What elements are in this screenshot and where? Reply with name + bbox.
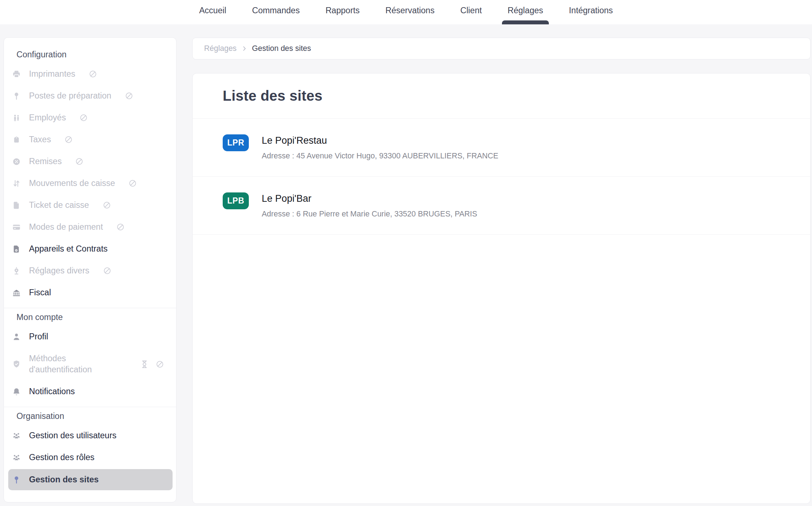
sidebar-item-label: Modes de paiement [29,222,103,232]
site-info: Le Popi'RestauAdresse : 45 Avenue Victor… [262,134,498,161]
page-body: ConfigurationImprimantesPostes de prépar… [0,24,812,504]
ban-icon [75,157,83,166]
ban-icon [103,267,111,275]
breadcrumb: Réglages Gestion des sites [192,38,811,59]
sidebar-item-remises: Remises [12,151,164,172]
sidebar-item-label: Méthodes d'authentification [29,353,105,375]
sidebar-item-label: Gestion des utilisateurs [29,431,116,440]
sidebar-item-imprimantes: Imprimantes [12,63,164,85]
sidebar-item-label: Appareils et Contrats [29,244,107,254]
sidebar-section-title-organisation: Organisation [16,411,164,421]
map-pin-icon [12,91,21,101]
ban-icon [129,179,137,187]
top-nav: AccueilCommandesRapportsRéservationsClie… [0,0,812,24]
sidebar-item-label: Gestion des rôles [29,453,95,462]
users-icon [12,113,21,123]
bank-icon [12,288,21,297]
ban-icon [103,201,111,209]
nav-tab-label: Intégrations [569,6,613,15]
sidebar-item-notifications[interactable]: Notifications [12,381,164,402]
sidebar-item-gestion-des-sites[interactable]: Gestion des sites [8,469,173,490]
nav-tab-accueil[interactable]: Accueil [199,0,226,24]
percent-badge-icon [12,157,21,166]
active-tab-indicator [502,20,549,24]
sidebar-item-gestion-des-roles[interactable]: Gestion des rôles [12,447,164,468]
sidebar-item-label: Taxes [29,135,51,144]
sites-card-header: Liste des sites [193,73,810,119]
sidebar-item-label: Gestion des sites [29,475,99,484]
nav-tab-label: Commandes [252,6,300,15]
sidebar-item-label: Notifications [29,387,75,396]
site-name: Le Popi'Bar [262,193,477,204]
sidebar-item-postes-de-preparation: Postes de préparation [12,85,164,107]
nav-tab-label: Réservations [386,6,435,15]
nav-tab-reglages[interactable]: Réglages [508,0,543,24]
sidebar-section-title-mon-compte: Mon compte [16,312,164,322]
sidebar-divider [4,407,176,407]
nav-tab-label: Rapports [325,6,359,15]
nav-tab-rapports[interactable]: Rapports [325,0,359,24]
receipt-file-icon [12,201,21,210]
sidebar-item-reglages-divers: Réglages divers [12,260,164,282]
bell-icon [12,387,21,396]
sidebar-item-mouvements-de-caisse: Mouvements de caisse [12,172,164,194]
ban-icon [89,70,97,78]
sidebar-divider [4,308,176,308]
site-row-le-popi-restau[interactable]: LPRLe Popi'RestauAdresse : 45 Avenue Vic… [193,119,810,177]
sites-card: Liste des sites LPRLe Popi'RestauAdresse… [192,73,811,504]
settings-sidebar: ConfigurationImprimantesPostes de prépar… [4,37,177,502]
users-group-icon [12,453,21,462]
site-list: LPRLe Popi'RestauAdresse : 45 Avenue Vic… [193,119,810,235]
page-title: Liste des sites [223,88,323,104]
shield-check-icon [12,359,21,369]
map-pin-icon [12,475,21,484]
chevron-right-icon [241,45,248,52]
sidebar-item-profil[interactable]: Profil [12,326,164,348]
breadcrumb-parent-link[interactable]: Réglages [204,44,237,53]
breadcrumb-current: Gestion des sites [252,44,311,53]
site-row-le-popi-bar[interactable]: LPBLe Popi'BarAdresse : 6 Rue Pierre et … [193,177,810,235]
sidebar-item-gestion-des-utilisateurs[interactable]: Gestion des utilisateurs [12,425,164,447]
site-name: Le Popi'Restau [262,135,498,146]
sidebar-section-title-configuration: Configuration [16,50,164,59]
users-group-icon [12,431,21,440]
sidebar-item-ticket-de-caisse: Ticket de caisse [12,194,164,216]
sidebar-item-fiscal[interactable]: Fiscal [12,282,164,304]
sidebar-item-employes: Employés [12,107,164,129]
user-icon [12,332,21,342]
sidebar-item-taxes: Taxes [12,129,164,151]
site-address: Adresse : 6 Rue Pierre et Marie Curie, 3… [262,210,477,219]
ban-icon [125,92,133,100]
tag-icon [12,135,21,144]
sidebar-item-label: Remises [29,157,62,166]
ban-icon [156,360,164,368]
ban-icon [116,223,125,231]
printer-icon [12,70,21,79]
site-info: Le Popi'BarAdresse : 6 Rue Pierre et Mar… [262,192,477,219]
sidebar-item-label: Imprimantes [29,69,75,79]
hourglass-icon [140,359,149,369]
site-badge: LPR [223,134,249,151]
sidebar-item-label: Fiscal [29,288,51,297]
main-column: Réglages Gestion des sites Liste des sit… [192,38,811,504]
sidebar-item-appareils-et-contrats[interactable]: Appareils et Contrats [12,238,164,260]
nav-tab-integrations[interactable]: Intégrations [569,0,613,24]
nav-tab-label: Réglages [508,6,543,15]
sidebar-item-label: Postes de préparation [29,91,111,101]
sidebar-item-label: Profil [29,332,48,342]
sidebar-item-label: Réglages divers [29,266,90,276]
arrows-up-down-icon [12,179,21,188]
ban-icon [79,114,88,122]
credit-card-icon [12,223,21,232]
status-icons [140,359,164,369]
site-badge: LPB [223,192,249,209]
sidebar-item-modes-de-paiement: Modes de paiement [12,216,164,238]
contract-file-icon [12,244,21,254]
nav-tab-commandes[interactable]: Commandes [252,0,300,24]
sidebar-item-methodes-d-authentification: Méthodes d'authentification [12,348,164,381]
nav-tab-reservations[interactable]: Réservations [386,0,435,24]
nav-tab-client[interactable]: Client [460,0,482,24]
misc-settings-icon [12,266,21,276]
ban-icon [64,135,73,144]
nav-tab-label: Accueil [199,6,226,15]
